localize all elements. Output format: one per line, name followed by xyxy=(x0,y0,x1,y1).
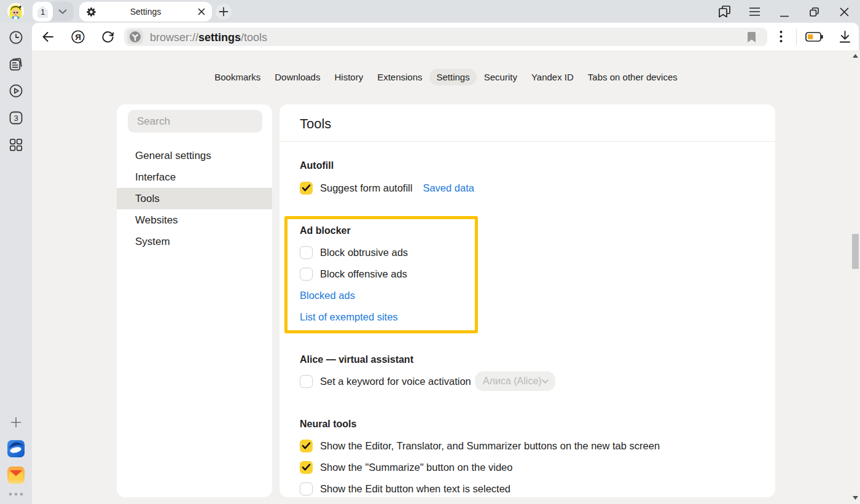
svg-text:3: 3 xyxy=(14,114,18,123)
svg-text:1: 1 xyxy=(41,7,45,17)
svg-text:Я: Я xyxy=(75,33,81,42)
